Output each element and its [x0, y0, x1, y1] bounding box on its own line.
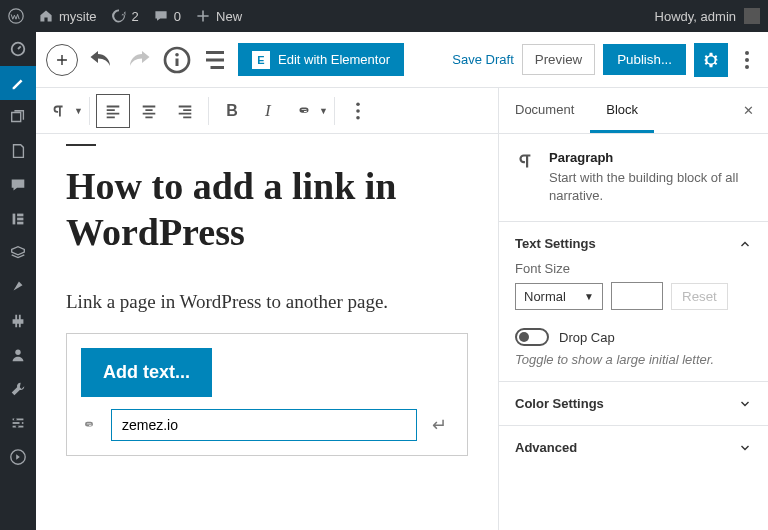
sidebar-settings-icon[interactable] [0, 406, 36, 440]
italic-button[interactable]: I [251, 94, 285, 128]
sidebar-plugins-icon[interactable] [0, 304, 36, 338]
drop-cap-toggle[interactable] [515, 328, 549, 346]
svg-point-17 [745, 51, 749, 55]
chevron-down-icon: ▼ [74, 106, 83, 116]
block-toolbar: ▼ B I ▼ [36, 88, 498, 134]
svg-point-19 [745, 65, 749, 69]
admin-bar: mysite 2 0 New Howdy, admin [0, 0, 768, 32]
editing-block[interactable]: Add text... ↵ [66, 333, 468, 456]
editor: EEdit with Elementor Save Draft Preview … [36, 32, 768, 530]
sidebar-tools-icon[interactable] [0, 372, 36, 406]
sidebar-elementor-icon[interactable] [0, 202, 36, 236]
site-name: mysite [59, 9, 97, 24]
svg-rect-5 [17, 222, 23, 225]
svg-point-6 [15, 350, 20, 355]
redo-button[interactable] [124, 45, 154, 75]
publish-button[interactable]: Publish... [603, 44, 686, 75]
add-block-button[interactable] [46, 44, 78, 76]
new-link[interactable]: New [195, 8, 242, 24]
avatar[interactable] [744, 8, 760, 24]
chevron-down-icon [738, 397, 752, 411]
elementor-label: Edit with Elementor [278, 52, 390, 67]
elementor-icon: E [252, 51, 270, 69]
font-size-label: Font Size [515, 261, 752, 276]
chevron-down-icon: ▼ [584, 291, 594, 302]
tab-block[interactable]: Block [590, 88, 654, 133]
chevron-down-icon [738, 441, 752, 455]
more-menu-button[interactable] [736, 51, 758, 69]
add-text-placeholder[interactable]: Add text... [81, 348, 212, 397]
text-settings-toggle[interactable]: Text Settings [515, 236, 752, 251]
site-link[interactable]: mysite [38, 8, 97, 24]
editor-top-toolbar: EEdit with Elementor Save Draft Preview … [36, 32, 768, 88]
svg-point-15 [175, 52, 179, 56]
sidebar-media-icon[interactable] [0, 100, 36, 134]
block-type-title: Paragraph [549, 150, 752, 165]
sidebar-dashboard-icon[interactable] [0, 32, 36, 66]
block-type-button[interactable] [42, 94, 76, 128]
sidebar-templates-icon[interactable] [0, 236, 36, 270]
preview-button[interactable]: Preview [522, 44, 595, 75]
svg-rect-2 [13, 214, 16, 225]
align-left-button[interactable] [96, 94, 130, 128]
block-description: Paragraph Start with the building block … [499, 134, 768, 222]
svg-point-20 [356, 102, 360, 106]
outline-button[interactable] [200, 45, 230, 75]
settings-toggle-button[interactable] [694, 43, 728, 77]
close-panel-button[interactable]: ✕ [728, 88, 768, 133]
elementor-button[interactable]: EEdit with Elementor [238, 43, 404, 76]
sidebar-appearance-icon[interactable] [0, 270, 36, 304]
advanced-toggle[interactable]: Advanced [515, 440, 752, 455]
sidebar-pages-icon[interactable] [0, 134, 36, 168]
svg-point-22 [356, 115, 360, 119]
refresh-icon [111, 8, 127, 24]
font-size-number-input[interactable] [611, 282, 663, 310]
sidebar-posts-icon[interactable] [0, 66, 36, 100]
chevron-up-icon [738, 237, 752, 251]
svg-point-18 [745, 58, 749, 62]
align-right-button[interactable] [168, 94, 202, 128]
comments-count: 0 [174, 9, 181, 24]
wp-logo-icon[interactable] [8, 8, 24, 24]
paragraph-icon [515, 150, 537, 172]
font-size-select[interactable]: Normal▼ [515, 283, 603, 310]
link-button[interactable] [287, 94, 321, 128]
sidebar-comments-icon[interactable] [0, 168, 36, 202]
updates-count: 2 [132, 9, 139, 24]
new-label: New [216, 9, 242, 24]
bold-button[interactable]: B [215, 94, 249, 128]
chevron-down-icon: ▼ [319, 106, 328, 116]
svg-point-21 [356, 109, 360, 113]
content-area[interactable]: How to add a link in WordPress Link a pa… [36, 134, 498, 530]
tab-document[interactable]: Document [499, 88, 590, 133]
block-type-desc: Start with the building block of all nar… [549, 169, 752, 205]
align-center-button[interactable] [132, 94, 166, 128]
howdy-text[interactable]: Howdy, admin [655, 9, 736, 24]
settings-sidebar: Document Block ✕ Paragraph Start with th… [498, 88, 768, 530]
link-submit-button[interactable]: ↵ [425, 414, 453, 436]
section-color-settings: Color Settings [499, 382, 768, 426]
color-settings-toggle[interactable]: Color Settings [515, 396, 752, 411]
svg-point-11 [19, 422, 22, 425]
sidebar-collapse-icon[interactable] [0, 440, 36, 474]
info-button[interactable] [162, 45, 192, 75]
svg-rect-3 [17, 214, 23, 217]
editor-canvas: ▼ B I ▼ How to add a link in WordPress L… [36, 88, 498, 530]
panel-tabs: Document Block ✕ [499, 88, 768, 134]
undo-button[interactable] [86, 45, 116, 75]
sidebar-users-icon[interactable] [0, 338, 36, 372]
comments-link[interactable]: 0 [153, 8, 181, 24]
plus-icon [195, 8, 211, 24]
section-advanced: Advanced [499, 426, 768, 469]
page-title[interactable]: How to add a link in WordPress [66, 164, 468, 255]
reset-button[interactable]: Reset [671, 283, 728, 310]
link-icon [81, 417, 103, 433]
paragraph-block[interactable]: Link a page in WordPress to another page… [66, 291, 468, 313]
gear-icon [702, 51, 720, 69]
link-url-input[interactable] [111, 409, 417, 441]
block-more-button[interactable] [341, 94, 375, 128]
updates-link[interactable]: 2 [111, 8, 139, 24]
section-text-settings: Text Settings Font Size Normal▼ Reset Dr… [499, 222, 768, 382]
save-draft-link[interactable]: Save Draft [452, 52, 513, 67]
svg-rect-4 [17, 218, 23, 221]
